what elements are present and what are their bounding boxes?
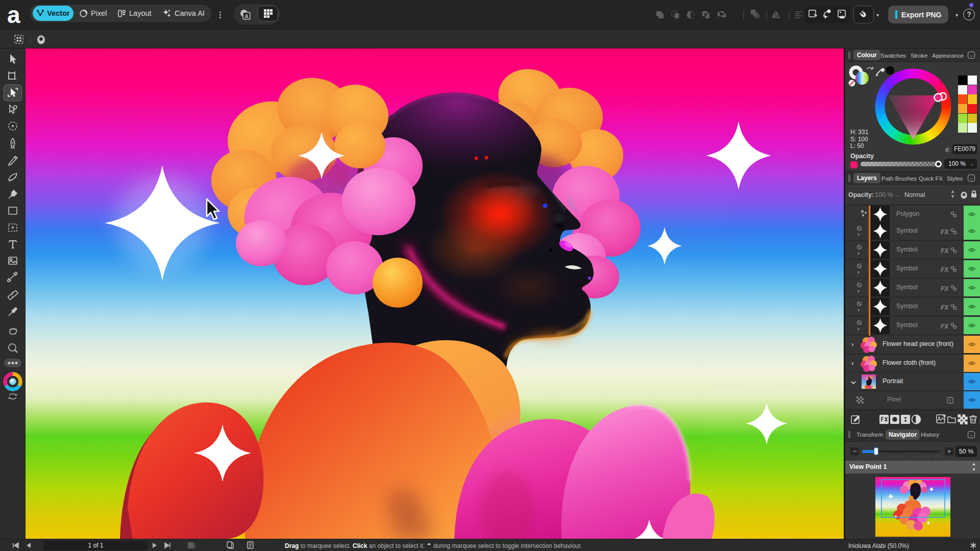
svg-text:A: A: [244, 14, 248, 19]
